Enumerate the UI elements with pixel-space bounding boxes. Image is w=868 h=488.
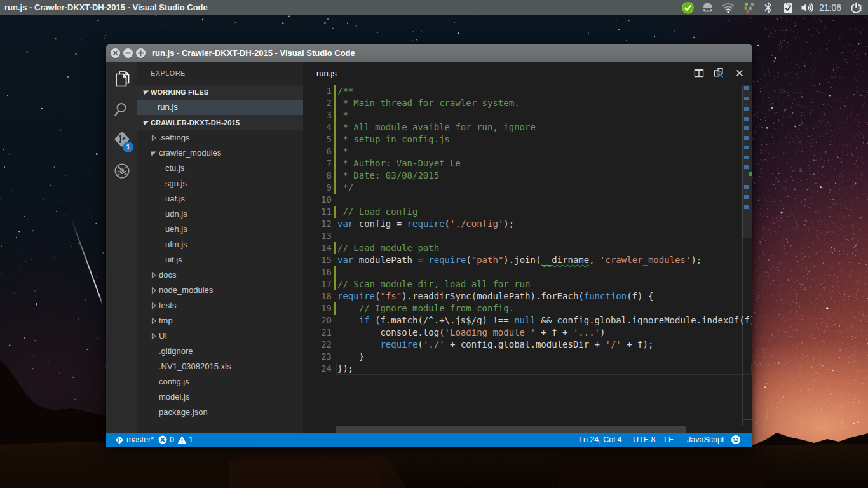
- tree-file-sgu-js[interactable]: sgu.js: [137, 176, 303, 191]
- tree-file-uit-js[interactable]: uit.js: [137, 252, 303, 268]
- tree-file--nv1-03082015-xls[interactable]: .NV1_03082015.xls: [137, 359, 303, 374]
- diff-gutter-mark: [334, 109, 336, 121]
- line-number: 12: [303, 218, 332, 230]
- tree-file-config-js[interactable]: config.js: [137, 374, 303, 390]
- ruler-mark-blue: [744, 205, 749, 209]
- code-token: * All module avaible for run, ignore: [337, 122, 536, 132]
- tree-item-label: ufm.js: [165, 237, 187, 252]
- git-branch-icon[interactable]: [115, 433, 124, 447]
- updater-check-icon[interactable]: [679, 0, 696, 15]
- warnings-count[interactable]: 1: [189, 433, 193, 447]
- window-close-button[interactable]: [111, 48, 120, 58]
- tree-item-label: .settings: [159, 130, 189, 146]
- errors-icon[interactable]: [158, 433, 167, 447]
- tree-file--gitignore[interactable]: .gitignore: [137, 344, 303, 359]
- split-editor-icon[interactable]: [692, 66, 706, 80]
- code-token: if: [359, 315, 370, 325]
- tree-folder--settings[interactable]: .settings: [137, 130, 303, 146]
- tracker-squares-icon[interactable]: [740, 0, 758, 15]
- language-mode[interactable]: JavaScript: [687, 433, 724, 447]
- tree-item-label: config.js: [159, 374, 189, 390]
- volume-icon[interactable]: [797, 0, 817, 15]
- diff-gutter-mark: [334, 266, 336, 278]
- cloud-network-icon[interactable]: [699, 0, 717, 15]
- line-number: 23: [303, 351, 332, 363]
- code-token: // Load config: [337, 207, 417, 217]
- tree-folder-tests[interactable]: tests: [137, 298, 303, 313]
- window-minimize-button[interactable]: [123, 48, 133, 58]
- encoding[interactable]: UTF-8: [633, 433, 655, 447]
- code-editor[interactable]: 1/**2 * Main thread for crawler system.3…: [303, 85, 752, 426]
- tree-item-label: tests: [159, 298, 176, 313]
- tree-file-uaf-js[interactable]: uaf.js: [137, 191, 303, 207]
- tree-file-ueh-js[interactable]: ueh.js: [137, 222, 303, 237]
- code-line-5: 5 * setup in config.js: [303, 133, 752, 146]
- code-text: // Load module path: [337, 242, 439, 254]
- line-number: 3: [303, 109, 332, 121]
- diff-gutter-mark: [334, 97, 336, 109]
- horizontal-scrollbar[interactable]: [336, 426, 686, 433]
- twisty-expanded-icon: [143, 89, 149, 95]
- line-number: 4: [303, 121, 332, 133]
- diff-gutter-mark: [334, 182, 336, 194]
- tree-folder-tmp[interactable]: tmp: [137, 313, 303, 329]
- window-titlebar[interactable]: run.js - Crawler-DKXT-DH-2015 - Visual S…: [106, 44, 752, 62]
- ruler-mark-green: [749, 172, 752, 176]
- diff-gutter-mark: [334, 170, 336, 182]
- warnings-icon[interactable]: [177, 433, 187, 447]
- tree-item-label: .gitignore: [159, 344, 193, 359]
- code-text: if (f.match(/^.+\.js$/g) !== null && con…: [337, 315, 752, 327]
- code-token: '...': [573, 327, 600, 337]
- close-editor-icon[interactable]: [733, 66, 747, 80]
- code-line-23: 23 }: [303, 351, 752, 363]
- section-working-files[interactable]: WORKING FILES: [137, 85, 303, 100]
- tree-file-model-js[interactable]: model.js: [137, 390, 303, 405]
- tree-folder-docs[interactable]: docs: [137, 268, 303, 283]
- twisty-expanded-icon: [143, 119, 149, 126]
- code-token: */: [337, 182, 353, 193]
- window-maximize-button[interactable]: [136, 48, 146, 58]
- debug-icon[interactable]: [106, 157, 137, 185]
- open-preview-icon[interactable]: [712, 66, 726, 80]
- ruler-mark-blue: [744, 107, 749, 111]
- tree-file-udn-js[interactable]: udn.js: [137, 207, 303, 222]
- code-line-8: 8 * Date: 03/08/2015: [303, 170, 752, 182]
- tree-item-label: UI: [159, 329, 167, 344]
- tree-file-ctu-js[interactable]: ctu.js: [137, 161, 303, 176]
- tree-folder-ui[interactable]: UI: [137, 329, 303, 344]
- code-token: // Load module path: [337, 243, 439, 253]
- editor-tab-run-js[interactable]: run.js: [316, 62, 337, 85]
- tree-file-ufm-js[interactable]: ufm.js: [137, 237, 303, 252]
- code-token: require: [428, 255, 466, 265]
- clipboard-icon[interactable]: [779, 0, 797, 15]
- code-token: (: [417, 339, 423, 349]
- code-token: (f.match(/^.+\.js$/g) !==: [370, 315, 515, 325]
- tree-item-label: crawler_modules: [159, 146, 221, 161]
- code-token: "path": [471, 255, 504, 265]
- eol-indicator[interactable]: LF: [664, 433, 674, 447]
- cursor-position[interactable]: Ln 24, Col 4: [579, 433, 621, 447]
- working-file-run-js[interactable]: run.js: [137, 100, 303, 115]
- clock[interactable]: 21:06: [819, 0, 841, 15]
- tree-folder-node-modules[interactable]: node_modules: [137, 283, 303, 298]
- git-branch-label[interactable]: master*: [126, 433, 154, 447]
- code-token: console.log(: [337, 327, 445, 337]
- search-icon[interactable]: [106, 95, 137, 123]
- errors-count[interactable]: 0: [170, 433, 174, 447]
- section-project[interactable]: CRAWLER-DKXT-DH-2015: [137, 115, 303, 130]
- tree-item-label: ctu.js: [165, 161, 184, 176]
- code-token: './': [423, 339, 445, 349]
- sidebar-explorer: EXPLORE WORKING FILESrun.jsCRAWLER-DKXT-…: [137, 62, 303, 433]
- line-number: 7: [303, 158, 332, 170]
- feedback-smiley-icon[interactable]: [731, 433, 741, 447]
- code-text: */: [337, 182, 353, 194]
- bluetooth-icon[interactable]: [760, 0, 776, 15]
- tree-folder-crawler-modules[interactable]: crawler_modules: [137, 146, 303, 161]
- code-line-14: 14// Load module path: [303, 242, 752, 254]
- ruler-mark-blue: [744, 97, 749, 100]
- wifi-icon[interactable]: [719, 0, 737, 15]
- tree-file-package-json[interactable]: package.json: [137, 405, 303, 420]
- code-line-15: 15var modulePath = require("path").join(…: [303, 254, 752, 266]
- code-text: console.log('Loading module ' + f + '...…: [337, 327, 605, 339]
- session-power-icon[interactable]: [848, 0, 865, 15]
